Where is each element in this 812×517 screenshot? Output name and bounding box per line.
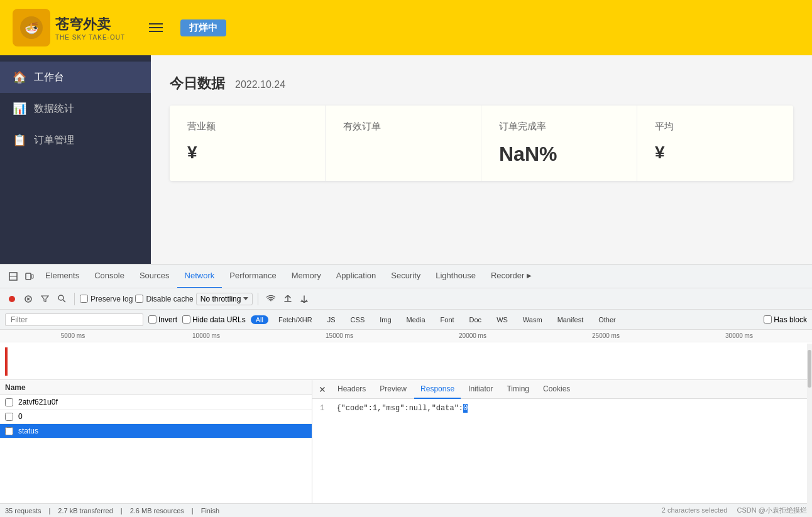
wifi-icon-button[interactable] bbox=[263, 293, 278, 304]
stop-icon bbox=[25, 295, 32, 303]
tab-security[interactable]: Security bbox=[383, 264, 428, 288]
hide-data-urls-label[interactable]: Hide data URLs bbox=[182, 315, 246, 324]
line-number: 1 bbox=[320, 404, 324, 413]
tab-elements[interactable]: Elements bbox=[38, 264, 87, 288]
preserve-log-label[interactable]: Preserve log bbox=[80, 295, 133, 303]
network-item-checkbox[interactable] bbox=[5, 427, 13, 435]
stat-label-avg-price: 平均 bbox=[655, 121, 776, 133]
network-items: 2atvf621u0f 0 status bbox=[0, 395, 312, 503]
chevron-down-icon bbox=[243, 297, 248, 301]
sidebar-item-data-stats[interactable]: 📊 数据统计 bbox=[0, 93, 151, 124]
stat-label-revenue: 营业额 bbox=[187, 121, 307, 133]
resp-tab-response[interactable]: Response bbox=[414, 380, 461, 399]
filter-type-doc[interactable]: Doc bbox=[464, 315, 487, 324]
hide-data-urls-checkbox[interactable] bbox=[182, 315, 190, 324]
tab-sources[interactable]: Sources bbox=[132, 264, 177, 288]
upload-icon-button[interactable] bbox=[281, 293, 295, 305]
has-blocking-checkbox[interactable] bbox=[764, 315, 772, 324]
resp-tab-preview[interactable]: Preview bbox=[373, 380, 413, 399]
hamburger-button[interactable] bbox=[144, 18, 168, 37]
network-item-checkbox[interactable] bbox=[5, 413, 13, 421]
preserve-log-text: Preserve log bbox=[91, 295, 133, 303]
stat-card-valid-orders: 有效订单 bbox=[326, 106, 481, 181]
disable-cache-checkbox[interactable] bbox=[135, 295, 143, 303]
filter-type-ws[interactable]: WS bbox=[491, 315, 513, 324]
filter-type-media[interactable]: Media bbox=[402, 315, 431, 324]
recorder-icon: ▶ bbox=[527, 272, 532, 279]
filter-icon bbox=[41, 295, 49, 302]
hamburger-line bbox=[149, 31, 163, 32]
filter-type-fetch-xhr[interactable]: Fetch/XHR bbox=[273, 315, 317, 324]
stat-value-order-rate: NaN% bbox=[499, 143, 619, 166]
svg-point-6 bbox=[9, 296, 15, 302]
timeline-bar bbox=[5, 347, 8, 376]
tab-console[interactable]: Console bbox=[87, 264, 132, 288]
page-header: 今日数据 2022.10.24 bbox=[170, 74, 793, 93]
filter-type-css[interactable]: CSS bbox=[346, 315, 370, 324]
ruler-mark-10000: 10000 ms bbox=[140, 332, 273, 339]
filter-type-img[interactable]: Img bbox=[375, 315, 396, 324]
status-badge: 打烊中 bbox=[180, 19, 226, 36]
invert-checkbox[interactable] bbox=[148, 315, 156, 324]
divider bbox=[74, 293, 75, 305]
has-blocking-label[interactable]: Has block bbox=[764, 315, 807, 324]
home-icon: 🏠 bbox=[13, 70, 26, 84]
tab-network[interactable]: Network bbox=[177, 264, 222, 288]
response-content[interactable]: 1 {"code":1,"msg":null,"data":0 bbox=[312, 399, 812, 503]
logo-sub-text: THE SKY TAKE-OUT bbox=[55, 34, 125, 41]
tab-performance[interactable]: Performance bbox=[222, 264, 283, 288]
logo-area: 🍜 苍穹外卖 THE SKY TAKE-OUT bbox=[13, 9, 125, 46]
preserve-log-checkbox[interactable] bbox=[80, 295, 88, 303]
upload-icon bbox=[284, 295, 292, 303]
search-button[interactable] bbox=[55, 293, 69, 305]
footer-separator: | bbox=[48, 507, 50, 514]
svg-text:🍜: 🍜 bbox=[25, 21, 39, 35]
tab-lighthouse[interactable]: Lighthouse bbox=[428, 264, 483, 288]
resp-tab-timing[interactable]: Timing bbox=[500, 380, 535, 399]
throttle-select[interactable]: No throttling bbox=[196, 293, 253, 305]
download-icon-button[interactable] bbox=[297, 293, 311, 305]
sidebar-item-label: 订单管理 bbox=[34, 134, 74, 147]
tab-application[interactable]: Application bbox=[329, 264, 384, 288]
sidebar-item-label: 工作台 bbox=[34, 71, 64, 84]
resp-tab-cookies[interactable]: Cookies bbox=[537, 380, 576, 399]
filter-type-manifest[interactable]: Manifest bbox=[552, 315, 589, 324]
disable-cache-label[interactable]: Disable cache bbox=[135, 295, 193, 303]
filter-type-wasm[interactable]: Wasm bbox=[518, 315, 547, 324]
inspect-icon-button[interactable] bbox=[5, 269, 21, 283]
network-item-1[interactable]: 2atvf621u0f bbox=[0, 395, 312, 410]
response-tabs: ✕ Headers Preview Response Initiator Tim… bbox=[312, 380, 812, 399]
network-item-2[interactable]: 0 bbox=[0, 410, 312, 424]
record-button[interactable] bbox=[5, 293, 19, 305]
network-item-name: 0 bbox=[18, 412, 307, 421]
logo-icon: 🍜 bbox=[13, 9, 50, 46]
sidebar-item-order-mgmt[interactable]: 📋 订单管理 bbox=[0, 124, 151, 156]
network-item-3-status[interactable]: status bbox=[0, 424, 312, 438]
tab-recorder[interactable]: Recorder ▶ bbox=[483, 264, 539, 288]
close-panel-button[interactable]: ✕ bbox=[315, 383, 330, 396]
filter-type-all[interactable]: All bbox=[251, 315, 268, 324]
svg-rect-5 bbox=[31, 275, 33, 278]
filter-type-font[interactable]: Font bbox=[436, 315, 459, 324]
resp-tab-initiator[interactable]: Initiator bbox=[462, 380, 499, 399]
json-text: {"code":1,"msg":null,"data": bbox=[336, 404, 463, 413]
stat-card-order-rate: 订单完成率 NaN% bbox=[481, 106, 637, 181]
filter-button[interactable] bbox=[38, 293, 52, 304]
network-item-checkbox[interactable] bbox=[5, 398, 13, 406]
invert-label[interactable]: Invert bbox=[148, 315, 177, 324]
tab-memory[interactable]: Memory bbox=[284, 264, 329, 288]
resp-tab-headers[interactable]: Headers bbox=[331, 380, 372, 399]
filter-type-other[interactable]: Other bbox=[593, 315, 621, 324]
stop-button[interactable] bbox=[21, 293, 35, 305]
device-icon-button[interactable] bbox=[21, 269, 38, 283]
svg-rect-4 bbox=[26, 273, 31, 280]
sidebar-item-dashboard[interactable]: 🏠 工作台 bbox=[0, 62, 151, 93]
response-panel: ✕ Headers Preview Response Initiator Tim… bbox=[312, 380, 812, 503]
footer-requests: 35 requests bbox=[5, 507, 41, 514]
search-icon bbox=[58, 295, 66, 303]
filter-input[interactable] bbox=[5, 313, 143, 326]
throttle-value: No throttling bbox=[200, 295, 241, 303]
filter-type-js[interactable]: JS bbox=[322, 315, 341, 324]
footer-transferred: 2.7 kB transferred bbox=[58, 507, 112, 514]
hamburger-line bbox=[149, 23, 163, 24]
